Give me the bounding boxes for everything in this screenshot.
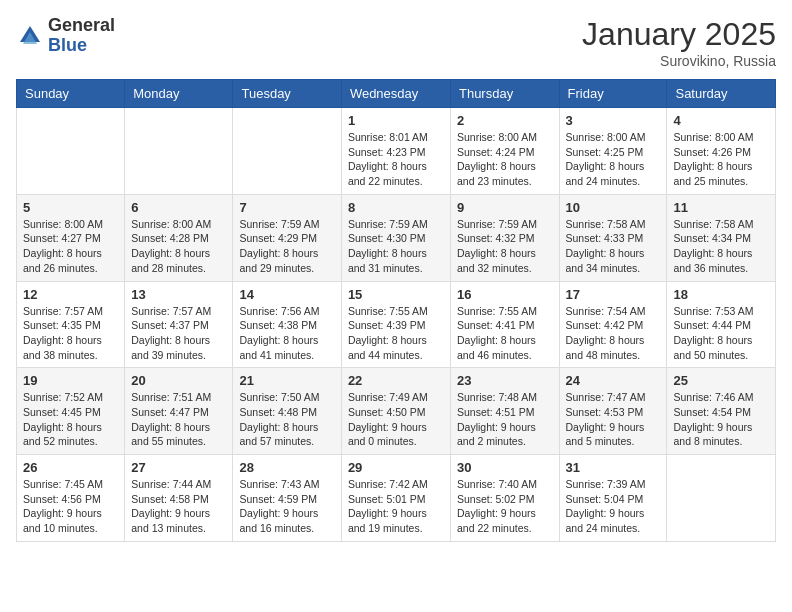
day-number: 24 [566,373,661,388]
day-number: 31 [566,460,661,475]
month-title: January 2025 [582,16,776,53]
day-number: 26 [23,460,118,475]
calendar-week-row: 12Sunrise: 7:57 AM Sunset: 4:35 PM Dayli… [17,281,776,368]
day-info: Sunrise: 7:43 AM Sunset: 4:59 PM Dayligh… [239,477,334,536]
logo-icon [16,22,44,50]
logo-blue-text: Blue [48,36,115,56]
logo-text: General Blue [48,16,115,56]
day-info: Sunrise: 7:48 AM Sunset: 4:51 PM Dayligh… [457,390,553,449]
calendar-cell: 10Sunrise: 7:58 AM Sunset: 4:33 PM Dayli… [559,194,667,281]
day-info: Sunrise: 7:59 AM Sunset: 4:32 PM Dayligh… [457,217,553,276]
calendar-cell: 7Sunrise: 7:59 AM Sunset: 4:29 PM Daylig… [233,194,341,281]
weekday-header-thursday: Thursday [450,80,559,108]
day-number: 18 [673,287,769,302]
day-number: 15 [348,287,444,302]
day-info: Sunrise: 7:53 AM Sunset: 4:44 PM Dayligh… [673,304,769,363]
weekday-header-friday: Friday [559,80,667,108]
day-info: Sunrise: 7:42 AM Sunset: 5:01 PM Dayligh… [348,477,444,536]
day-info: Sunrise: 7:56 AM Sunset: 4:38 PM Dayligh… [239,304,334,363]
day-info: Sunrise: 8:01 AM Sunset: 4:23 PM Dayligh… [348,130,444,189]
calendar-cell: 3Sunrise: 8:00 AM Sunset: 4:25 PM Daylig… [559,108,667,195]
location-subtitle: Surovikino, Russia [582,53,776,69]
weekday-header-sunday: Sunday [17,80,125,108]
day-info: Sunrise: 7:58 AM Sunset: 4:34 PM Dayligh… [673,217,769,276]
calendar-cell: 4Sunrise: 8:00 AM Sunset: 4:26 PM Daylig… [667,108,776,195]
day-number: 3 [566,113,661,128]
calendar-cell: 6Sunrise: 8:00 AM Sunset: 4:28 PM Daylig… [125,194,233,281]
logo-general-text: General [48,16,115,36]
day-number: 5 [23,200,118,215]
weekday-header-wednesday: Wednesday [341,80,450,108]
calendar-cell: 20Sunrise: 7:51 AM Sunset: 4:47 PM Dayli… [125,368,233,455]
day-info: Sunrise: 7:49 AM Sunset: 4:50 PM Dayligh… [348,390,444,449]
day-info: Sunrise: 7:55 AM Sunset: 4:41 PM Dayligh… [457,304,553,363]
calendar-cell: 17Sunrise: 7:54 AM Sunset: 4:42 PM Dayli… [559,281,667,368]
day-number: 23 [457,373,553,388]
day-number: 14 [239,287,334,302]
calendar-cell: 15Sunrise: 7:55 AM Sunset: 4:39 PM Dayli… [341,281,450,368]
day-info: Sunrise: 7:47 AM Sunset: 4:53 PM Dayligh… [566,390,661,449]
day-info: Sunrise: 8:00 AM Sunset: 4:27 PM Dayligh… [23,217,118,276]
calendar-cell: 12Sunrise: 7:57 AM Sunset: 4:35 PM Dayli… [17,281,125,368]
calendar-cell: 19Sunrise: 7:52 AM Sunset: 4:45 PM Dayli… [17,368,125,455]
day-number: 12 [23,287,118,302]
day-info: Sunrise: 7:51 AM Sunset: 4:47 PM Dayligh… [131,390,226,449]
calendar-cell: 30Sunrise: 7:40 AM Sunset: 5:02 PM Dayli… [450,455,559,542]
day-info: Sunrise: 8:00 AM Sunset: 4:26 PM Dayligh… [673,130,769,189]
calendar-cell: 26Sunrise: 7:45 AM Sunset: 4:56 PM Dayli… [17,455,125,542]
day-info: Sunrise: 7:55 AM Sunset: 4:39 PM Dayligh… [348,304,444,363]
day-number: 10 [566,200,661,215]
calendar-cell: 5Sunrise: 8:00 AM Sunset: 4:27 PM Daylig… [17,194,125,281]
day-number: 16 [457,287,553,302]
calendar-cell: 13Sunrise: 7:57 AM Sunset: 4:37 PM Dayli… [125,281,233,368]
day-number: 13 [131,287,226,302]
calendar-cell: 31Sunrise: 7:39 AM Sunset: 5:04 PM Dayli… [559,455,667,542]
calendar-cell: 11Sunrise: 7:58 AM Sunset: 4:34 PM Dayli… [667,194,776,281]
day-number: 2 [457,113,553,128]
title-block: January 2025 Surovikino, Russia [582,16,776,69]
calendar-cell: 29Sunrise: 7:42 AM Sunset: 5:01 PM Dayli… [341,455,450,542]
day-info: Sunrise: 7:57 AM Sunset: 4:37 PM Dayligh… [131,304,226,363]
calendar-cell: 25Sunrise: 7:46 AM Sunset: 4:54 PM Dayli… [667,368,776,455]
day-info: Sunrise: 7:52 AM Sunset: 4:45 PM Dayligh… [23,390,118,449]
calendar-week-row: 26Sunrise: 7:45 AM Sunset: 4:56 PM Dayli… [17,455,776,542]
calendar-cell: 22Sunrise: 7:49 AM Sunset: 4:50 PM Dayli… [341,368,450,455]
day-info: Sunrise: 7:46 AM Sunset: 4:54 PM Dayligh… [673,390,769,449]
day-info: Sunrise: 7:58 AM Sunset: 4:33 PM Dayligh… [566,217,661,276]
calendar-cell: 18Sunrise: 7:53 AM Sunset: 4:44 PM Dayli… [667,281,776,368]
calendar-cell: 27Sunrise: 7:44 AM Sunset: 4:58 PM Dayli… [125,455,233,542]
day-info: Sunrise: 7:59 AM Sunset: 4:30 PM Dayligh… [348,217,444,276]
calendar-cell: 24Sunrise: 7:47 AM Sunset: 4:53 PM Dayli… [559,368,667,455]
page-header: General Blue January 2025 Surovikino, Ru… [16,16,776,69]
calendar-table: SundayMondayTuesdayWednesdayThursdayFrid… [16,79,776,542]
day-number: 19 [23,373,118,388]
day-number: 25 [673,373,769,388]
day-number: 9 [457,200,553,215]
day-info: Sunrise: 7:59 AM Sunset: 4:29 PM Dayligh… [239,217,334,276]
calendar-cell: 8Sunrise: 7:59 AM Sunset: 4:30 PM Daylig… [341,194,450,281]
day-number: 28 [239,460,334,475]
calendar-week-row: 5Sunrise: 8:00 AM Sunset: 4:27 PM Daylig… [17,194,776,281]
calendar-cell: 28Sunrise: 7:43 AM Sunset: 4:59 PM Dayli… [233,455,341,542]
calendar-cell: 9Sunrise: 7:59 AM Sunset: 4:32 PM Daylig… [450,194,559,281]
calendar-week-row: 19Sunrise: 7:52 AM Sunset: 4:45 PM Dayli… [17,368,776,455]
calendar-cell [233,108,341,195]
day-info: Sunrise: 7:39 AM Sunset: 5:04 PM Dayligh… [566,477,661,536]
calendar-cell: 23Sunrise: 7:48 AM Sunset: 4:51 PM Dayli… [450,368,559,455]
day-number: 11 [673,200,769,215]
calendar-header-row: SundayMondayTuesdayWednesdayThursdayFrid… [17,80,776,108]
day-info: Sunrise: 8:00 AM Sunset: 4:24 PM Dayligh… [457,130,553,189]
day-info: Sunrise: 7:45 AM Sunset: 4:56 PM Dayligh… [23,477,118,536]
day-number: 8 [348,200,444,215]
logo: General Blue [16,16,115,56]
day-number: 20 [131,373,226,388]
calendar-cell [125,108,233,195]
day-info: Sunrise: 7:57 AM Sunset: 4:35 PM Dayligh… [23,304,118,363]
day-info: Sunrise: 8:00 AM Sunset: 4:28 PM Dayligh… [131,217,226,276]
day-number: 27 [131,460,226,475]
weekday-header-tuesday: Tuesday [233,80,341,108]
day-number: 7 [239,200,334,215]
day-number: 4 [673,113,769,128]
day-info: Sunrise: 7:54 AM Sunset: 4:42 PM Dayligh… [566,304,661,363]
calendar-cell: 1Sunrise: 8:01 AM Sunset: 4:23 PM Daylig… [341,108,450,195]
